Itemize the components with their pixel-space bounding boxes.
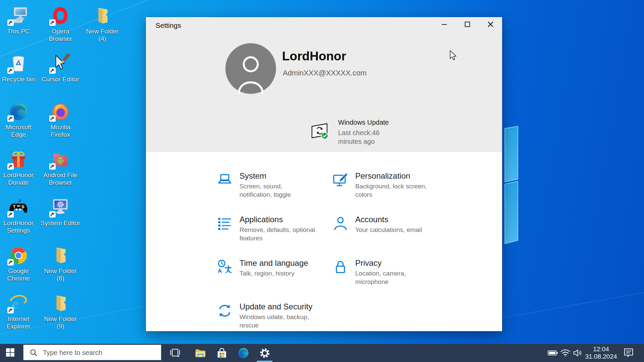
desktop-icon-label: Internet Explorer	[0, 315, 39, 330]
category-time-and-language[interactable]: A Time and language Talk, region, histor…	[217, 258, 329, 298]
personalization-icon	[333, 172, 348, 188]
desktop-icon-label: Android File Browser	[40, 172, 80, 186]
privacy-icon	[333, 259, 348, 275]
active-app-indicator	[257, 361, 272, 362]
desktop-icon-label: This PC	[0, 28, 39, 35]
category-subtitle: Background, lock screen, colors	[355, 182, 431, 199]
desktop-icon-label: Google Chrome	[0, 267, 39, 282]
desktop-icon-art	[9, 54, 28, 73]
desktop-icon-android-file-browser[interactable]: Android File Browser	[40, 150, 80, 186]
battery-icon	[548, 349, 558, 357]
windows-update-last-check: Last check:46 minutes ago	[338, 128, 391, 146]
desktop-icon-art: e	[9, 294, 28, 313]
shortcut-arrow-icon	[49, 115, 56, 122]
clock-date: 31.08.2024	[585, 353, 617, 360]
category-accounts[interactable]: Accounts Your calculations, email	[333, 215, 445, 254]
svg-text:A: A	[218, 268, 222, 274]
desktop-icon-art	[51, 294, 70, 313]
category-applications[interactable]: Applications Remove, defaults, optional …	[217, 215, 329, 254]
file-explorer-icon	[195, 347, 206, 359]
accounts-icon	[333, 216, 348, 231]
tray-volume-button[interactable]	[572, 344, 584, 362]
user-email: AdminXXX@XXXXX.com	[283, 69, 367, 77]
desktop-icon-opera-browser[interactable]: Opera Browser	[40, 6, 80, 43]
desktop-icon-label: New Folder (8)	[40, 267, 80, 282]
maximize-button[interactable]	[456, 17, 479, 31]
taskbar-search[interactable]	[23, 345, 161, 360]
task-view-button[interactable]	[167, 344, 183, 362]
svg-text:MN: MN	[17, 205, 20, 207]
shortcut-arrow-icon	[7, 259, 14, 265]
volume-icon	[573, 349, 583, 357]
desktop-icon-this-pc[interactable]: This PC	[0, 6, 39, 35]
category-personalization[interactable]: Personalization Background, lock screen,…	[333, 171, 445, 211]
taskbar-app-file-explorer[interactable]	[190, 344, 211, 362]
update-security-icon	[217, 303, 232, 318]
desktop-icon-art	[9, 150, 28, 169]
category-subtitle: Windows udate, backup, rescue	[239, 313, 315, 329]
search-icon	[29, 348, 38, 357]
windows-update-icon	[310, 122, 329, 140]
shortcut-arrow-icon	[7, 163, 14, 170]
desktop-icon-internet-explorer[interactable]: e Internet Explorer	[0, 294, 39, 330]
desktop-icon-new-folder-8[interactable]: New Folder (8)	[40, 246, 80, 282]
desktop-icon-new-folder-4[interactable]: New Folder (4)	[82, 6, 122, 43]
desktop-icon-microsoft-edge[interactable]: Microsoft Edge	[0, 102, 39, 138]
desktop-icon-label: New Folder (4)	[82, 28, 122, 43]
desktop-icon-google-chrome[interactable]: Google Chrome	[0, 246, 39, 282]
folder-icon	[51, 246, 70, 265]
desktop-icon-new-folder-9[interactable]: New Folder (9)	[40, 294, 80, 330]
desktop-icon-art	[51, 198, 70, 217]
desktop-icon-art	[9, 246, 28, 265]
folder-icon	[51, 294, 70, 313]
user-name: LordHonor	[282, 49, 346, 63]
desktop-icon-label: Mozilla Firefox	[40, 124, 80, 138]
close-icon	[487, 21, 494, 27]
desktop-icon-lordhonor-settings[interactable]: TSMN LordHonor Settings	[0, 198, 39, 234]
desktop-icon-label: Microsoft Edge	[0, 124, 39, 138]
tray-battery-button[interactable]	[547, 344, 559, 362]
shortcut-arrow-icon	[7, 307, 14, 313]
start-button[interactable]	[0, 344, 20, 362]
taskbar-clock[interactable]: 12:04 31.08.2024	[585, 344, 617, 362]
windows-logo-icon	[6, 348, 14, 358]
svg-text:T: T	[13, 204, 16, 209]
windows-update-status[interactable]: Windows Update Last check:46 minutes ago	[310, 117, 397, 149]
search-input[interactable]	[42, 345, 158, 361]
desktop: This PC Opera Browser New Folder (4)	[0, 0, 644, 362]
minimize-icon	[441, 21, 447, 27]
taskbar: 12:04 31.08.2024	[0, 344, 644, 362]
close-button[interactable]	[479, 17, 502, 31]
shortcut-arrow-icon	[7, 19, 14, 26]
desktop-icon-art	[51, 246, 70, 265]
taskbar-app-settings[interactable]	[254, 344, 275, 362]
category-privacy[interactable]: Privacy Location, camera, microphone	[333, 258, 445, 298]
store-icon	[216, 347, 228, 359]
task-view-icon	[170, 348, 180, 359]
desktop-icon-system-editor[interactable]: System Editor	[40, 198, 80, 227]
category-title: Update and Security	[239, 302, 312, 311]
desktop-icon-recycle-bin[interactable]: Recycle bin	[0, 54, 39, 83]
desktop-icon-mozilla-firefox[interactable]: Mozilla Firefox	[40, 102, 80, 138]
desktop-icon-label: Opera Browser	[40, 28, 80, 43]
taskbar-app-microsoft-edge[interactable]	[232, 344, 254, 362]
desktop-icon-lordhonor-donate[interactable]: LordHonor Donate	[0, 150, 39, 186]
category-title: System	[239, 171, 266, 181]
action-center-button[interactable]	[621, 344, 636, 362]
settings-window: Settings LordHonor AdminXXX@XXXXX.com Wi…	[146, 17, 502, 331]
category-system[interactable]: System Screen, sound, notification, togg…	[217, 171, 329, 211]
desktop-icon-label: LordHonor Donate	[0, 172, 39, 186]
minimize-button[interactable]	[433, 17, 456, 31]
category-update-and-security[interactable]: Update and Security Windows udate, backu…	[217, 302, 329, 342]
taskbar-apps	[190, 344, 275, 362]
wifi-icon	[560, 349, 571, 357]
window-controls	[433, 17, 502, 31]
desktop-icon-art	[93, 6, 112, 25]
tray-network-button[interactable]	[559, 344, 572, 362]
category-title: Privacy	[355, 258, 382, 268]
category-title: Applications	[239, 215, 283, 224]
shortcut-arrow-icon	[7, 67, 14, 74]
desktop-icon-cursor-editor[interactable]: Cursor Editor	[40, 54, 80, 83]
desktop-icon-art	[51, 6, 70, 25]
taskbar-app-microsoft-store[interactable]	[211, 344, 232, 362]
